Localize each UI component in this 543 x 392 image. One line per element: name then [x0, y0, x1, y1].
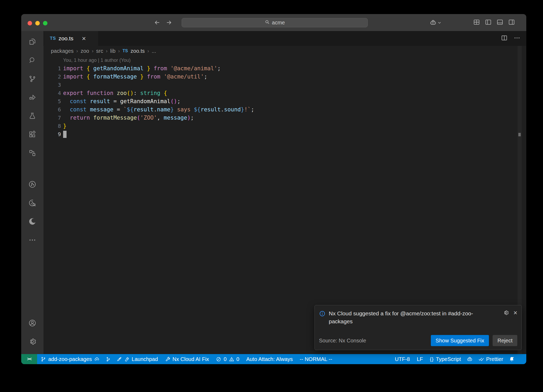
code-token: [90, 73, 93, 80]
eol-button[interactable]: LF: [413, 354, 426, 364]
breadcrumb[interactable]: packages›zoo›src›lib›TSzoo.ts›...: [43, 46, 526, 56]
code-area[interactable]: import { getRandomAnimal } from '@acme/a…: [63, 64, 516, 138]
vim-mode-indicator[interactable]: -- NORMAL --: [296, 354, 336, 364]
notification-message: Nx Cloud suggested a fix for @acme/zoo:t…: [329, 310, 493, 325]
sidebar-more-views-button[interactable]: [21, 231, 43, 249]
breadcrumb-item[interactable]: lib: [110, 48, 116, 54]
remote-indicator-button[interactable]: ><: [21, 354, 37, 364]
code-token: [83, 65, 87, 72]
line-number: 8: [43, 122, 61, 130]
code-line-6[interactable]: const message = `${result.name} says ${r…: [63, 106, 516, 114]
toggle-secondary-sidebar-icon[interactable]: [508, 19, 515, 27]
code-line-9[interactable]: [63, 130, 516, 138]
launchpad-button[interactable]: Launchpad: [113, 354, 161, 364]
sidebar-item-run-debug[interactable]: [21, 88, 43, 107]
code-token: [144, 73, 147, 80]
notification-close-icon[interactable]: ×: [513, 310, 517, 316]
source-control-graph-button[interactable]: [103, 354, 113, 364]
sidebar-item-edge-tools[interactable]: [21, 212, 43, 231]
notifications-bell-button[interactable]: [507, 354, 517, 364]
notification-toast: Nx Cloud suggested a fix for @acme/zoo:t…: [314, 305, 522, 350]
warning-icon: [229, 356, 234, 362]
code-line-5[interactable]: const result = getRandomAnimal();: [63, 97, 516, 106]
typescript-file-icon[interactable]: TS: [122, 49, 128, 53]
code-token: '@acme/util': [164, 73, 204, 80]
tab-zoo-ts[interactable]: TS zoo.ts ×: [44, 31, 98, 46]
plug-icon: [124, 356, 130, 362]
reject-button[interactable]: Reject: [493, 335, 517, 346]
sidebar-item-search[interactable]: [21, 51, 43, 69]
breadcrumb-file[interactable]: zoo.ts: [130, 48, 144, 54]
sidebar-item-nx-console[interactable]: [21, 175, 43, 194]
code-token: from: [147, 73, 160, 80]
sidebar-item-explorer[interactable]: [21, 32, 43, 51]
code-line-1[interactable]: import { getRandomAnimal } from '@acme/a…: [63, 64, 516, 73]
sidebar-item-nx-project-graph[interactable]: [21, 144, 43, 162]
history-forward-icon[interactable]: [165, 19, 172, 26]
files-icon: [28, 38, 36, 46]
breadcrumb-more[interactable]: ...: [152, 48, 156, 54]
formatter-button[interactable]: Prettier: [475, 354, 507, 364]
zoom-window-button[interactable]: [43, 21, 47, 25]
language-mode-button[interactable]: {} TypeScript: [426, 354, 464, 364]
settings-button[interactable]: [21, 332, 43, 351]
toggle-panel-icon[interactable]: [496, 19, 503, 27]
show-suggested-fix-button[interactable]: Show Suggested Fix: [431, 335, 489, 346]
code-token: }: [170, 106, 174, 113]
code-line-4[interactable]: export function zoo(): string {: [63, 89, 516, 97]
encoding-button[interactable]: UTF-8: [391, 354, 413, 364]
editor-more-actions-icon[interactable]: [514, 34, 520, 42]
code-token: [167, 65, 170, 72]
copilot-icon: [467, 356, 473, 362]
code-token: [113, 90, 117, 96]
line-number: 6: [43, 106, 61, 114]
code-token: import: [63, 73, 83, 80]
sidebar-item-nx-cloud[interactable]: [21, 194, 43, 212]
accounts-button[interactable]: [21, 314, 43, 332]
code-line-7[interactable]: return formatMessage('ZOO', message);: [63, 114, 516, 122]
code-line-8[interactable]: }: [63, 122, 516, 130]
code-line-2[interactable]: import { formatMessage } from '@acme/uti…: [63, 73, 516, 81]
split-editor-icon[interactable]: [501, 34, 508, 42]
breadcrumb-item[interactable]: packages: [51, 48, 74, 54]
vim-block-cursor: [63, 131, 67, 138]
nx-cloud-ai-fix-button[interactable]: Nx Cloud AI Fix: [161, 354, 213, 364]
double-check-icon: [478, 356, 484, 362]
sidebar-item-extensions[interactable]: [21, 125, 43, 144]
search-icon: [265, 19, 270, 26]
close-window-button[interactable]: [28, 21, 32, 25]
customize-layout-icon[interactable]: [473, 19, 480, 27]
code-token: }: [147, 65, 150, 72]
minimize-window-button[interactable]: [35, 21, 40, 25]
line-number: 1: [43, 64, 61, 73]
command-center-search[interactable]: acme: [182, 18, 368, 27]
code-token: getRandomAnimal: [120, 98, 170, 104]
auto-attach-button[interactable]: Auto Attach: Always: [243, 354, 296, 364]
git-branch-button[interactable]: add-zoo-packages: [37, 354, 103, 364]
code-token: function: [87, 90, 113, 96]
breadcrumb-item[interactable]: zoo: [81, 48, 89, 54]
code-token: import: [63, 65, 83, 72]
code-token: zoo: [117, 90, 127, 96]
notification-settings-gear-icon[interactable]: [503, 310, 509, 317]
code-line-3[interactable]: [63, 81, 516, 89]
history-back-icon[interactable]: [154, 19, 161, 26]
run-debug-icon: [28, 93, 36, 101]
code-token: .: [221, 106, 224, 113]
code-token: ;: [217, 65, 221, 72]
chevron-down-icon: [437, 21, 441, 25]
code-token: [160, 90, 164, 96]
warning-count: 0: [237, 356, 239, 362]
copilot-status-button[interactable]: [465, 354, 475, 364]
problems-button[interactable]: 0 0: [212, 354, 243, 364]
code-token: [150, 65, 154, 72]
breadcrumb-item[interactable]: src: [96, 48, 103, 54]
code-token: =: [113, 106, 124, 113]
tab-close-icon[interactable]: ×: [82, 35, 86, 42]
toggle-primary-sidebar-icon[interactable]: [485, 19, 492, 27]
code-token: {: [87, 73, 90, 80]
project-graph-icon: [28, 149, 36, 157]
copilot-menu-button[interactable]: [430, 19, 441, 26]
sidebar-item-testing[interactable]: [21, 107, 43, 125]
sidebar-item-source-control[interactable]: [21, 69, 43, 88]
